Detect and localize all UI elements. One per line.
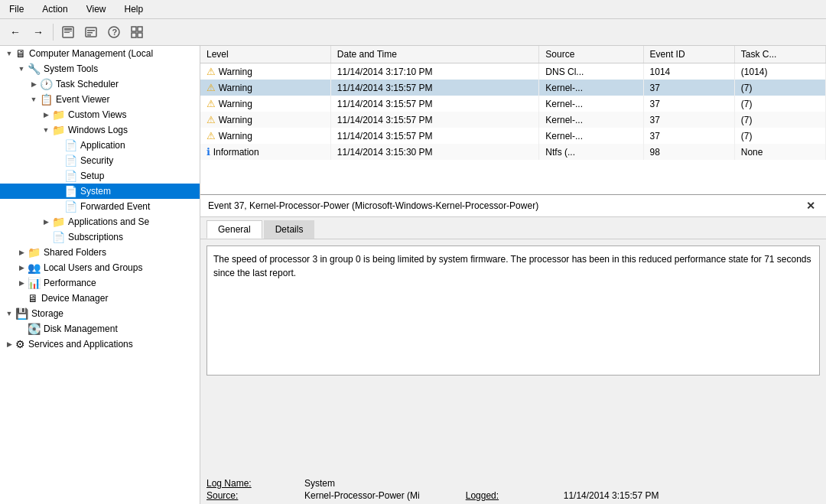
tree-item-system-tools[interactable]: ▼ 🔧 System Tools	[0, 61, 200, 76]
tree-label: Forwarded Event	[80, 201, 150, 212]
back-button[interactable]: ←	[5, 22, 26, 42]
table-row[interactable]: ⚠ Warning11/14/2014 3:15:57 PMKernel-...…	[200, 80, 826, 96]
detail-properties: Log Name: System Source: Kernel-Processo…	[200, 472, 826, 504]
main-container: ▼ 🖥 Computer Management (Local ▼ 🔧 Syste…	[0, 46, 826, 504]
col-level[interactable]: Level	[200, 46, 330, 63]
tree-item-security[interactable]: 📄 Security	[0, 153, 200, 168]
toolbar-separator	[53, 24, 54, 41]
source-label: Source:	[206, 490, 298, 501]
tree-item-system[interactable]: 📄 System	[0, 184, 200, 199]
storage-icon: 💾	[15, 307, 28, 320]
tree-item-shared-folders[interactable]: ▶ 📁 Shared Folders	[0, 245, 200, 260]
cell-datetime: 11/14/2014 3:15:30 PM	[330, 144, 539, 160]
table-row[interactable]: ⚠ Warning11/14/2014 3:15:57 PMKernel-...…	[200, 96, 826, 112]
tree-item-forwarded-events[interactable]: 📄 Forwarded Event	[0, 199, 200, 214]
table-row[interactable]: ℹ Information11/14/2014 3:15:30 PMNtfs (…	[200, 144, 826, 160]
folder-icon: 📁	[52, 109, 65, 121]
svg-text:?: ?	[112, 28, 118, 37]
tree-item-subscriptions[interactable]: 📄 Subscriptions	[0, 229, 200, 245]
tree-item-event-viewer[interactable]: ▼ 📋 Event Viewer	[0, 92, 200, 107]
cell-datetime: 11/14/2014 3:15:57 PM	[330, 128, 539, 144]
cell-datetime: 11/14/2014 3:15:57 PM	[330, 96, 539, 112]
computer-icon: 🖥	[15, 47, 26, 60]
close-button[interactable]: ✕	[803, 200, 818, 212]
tree-item-application[interactable]: 📄 Application	[0, 138, 200, 153]
cell-level: ℹ Information	[200, 144, 330, 160]
tree-item-services-applications[interactable]: ▶ ⚙ Services and Applications	[0, 337, 200, 352]
col-source[interactable]: Source	[539, 46, 643, 63]
cell-source: Kernel-...	[539, 128, 643, 144]
help-button[interactable]: ?	[103, 22, 125, 42]
tree-label: Custom Views	[68, 109, 126, 120]
tree-item-computer-management[interactable]: ▼ 🖥 Computer Management (Local	[0, 46, 200, 61]
table-row[interactable]: ⚠ Warning11/14/2014 3:17:10 PMDNS Cl...1…	[200, 63, 826, 80]
events-table-container: Level Date and Time Source Event ID Task…	[200, 46, 826, 195]
prop-source: Source: Kernel-Processor-Power (Mi	[206, 490, 420, 501]
expand-icon: ▶	[15, 249, 28, 256]
expand-icon: ▼	[3, 50, 15, 57]
tree-item-setup[interactable]: 📄 Setup	[0, 168, 200, 184]
svg-rect-12	[132, 33, 136, 37]
tree-item-windows-logs[interactable]: ▼ 📁 Windows Logs	[0, 122, 200, 138]
cell-task: (7)	[734, 80, 825, 96]
detail-title: Event 37, Kernel-Processor-Power (Micros…	[208, 200, 538, 211]
tree-item-disk-management[interactable]: 💽 Disk Management	[0, 321, 200, 337]
log-name-value: System	[304, 478, 335, 489]
cell-datetime: 11/14/2014 3:17:10 PM	[330, 63, 539, 80]
table-row[interactable]: ⚠ Warning11/14/2014 3:15:57 PMKernel-...…	[200, 128, 826, 144]
detail-panel: Event 37, Kernel-Processor-Power (Micros…	[200, 195, 826, 504]
expand-icon: ▶	[15, 264, 28, 272]
menu-help[interactable]: Help	[119, 2, 150, 16]
view-button[interactable]	[126, 22, 148, 42]
log-icon: 📄	[64, 200, 77, 213]
table-row[interactable]: ⚠ Warning11/14/2014 3:15:57 PMKernel-...…	[200, 112, 826, 128]
tree-label: Performance	[44, 278, 96, 288]
tree-item-performance[interactable]: ▶ 📊 Performance	[0, 275, 200, 291]
cell-source: DNS Cl...	[539, 63, 643, 80]
expand-icon: ▶	[28, 80, 40, 88]
tree-label: Shared Folders	[44, 247, 106, 258]
menu-file[interactable]: File	[3, 2, 30, 16]
tree-item-device-manager[interactable]: 🖥 Device Manager	[0, 291, 200, 306]
expand-icon: ▶	[3, 340, 15, 348]
menu-action[interactable]: Action	[36, 2, 73, 16]
tree-item-task-scheduler[interactable]: ▶ 🕐 Task Scheduler	[0, 76, 200, 92]
toolbar: ← → ?	[0, 19, 826, 46]
cell-level: ⚠ Warning	[200, 80, 330, 96]
cell-event_id: 37	[643, 96, 734, 112]
col-eventid[interactable]: Event ID	[643, 46, 734, 63]
svg-rect-2	[64, 31, 72, 31]
source-value: Kernel-Processor-Power (Mi	[304, 490, 420, 501]
viewer-icon: 📋	[40, 93, 53, 106]
cell-task: (7)	[734, 112, 825, 128]
disk-icon: 💽	[28, 323, 41, 335]
refresh-button[interactable]	[57, 22, 79, 42]
table-scroll[interactable]: Level Date and Time Source Event ID Task…	[200, 46, 826, 194]
detail-header: Event 37, Kernel-Processor-Power (Micros…	[200, 195, 826, 217]
tree-item-local-users[interactable]: ▶ 👥 Local Users and Groups	[0, 260, 200, 275]
col-task[interactable]: Task C...	[734, 46, 825, 63]
tab-general[interactable]: General	[206, 220, 262, 239]
cell-source: Ntfs (...	[539, 144, 643, 160]
prop-source-row: Source: Kernel-Processor-Power (Mi Logge…	[206, 490, 820, 501]
cell-datetime: 11/14/2014 3:15:57 PM	[330, 112, 539, 128]
right-panel: Level Date and Time Source Event ID Task…	[200, 46, 826, 504]
services-icon: ⚙	[15, 338, 25, 350]
tree-item-custom-views[interactable]: ▶ 📁 Custom Views	[0, 107, 200, 122]
expand-icon: ▶	[40, 111, 52, 119]
tree-item-applications-services[interactable]: ▶ 📁 Applications and Se	[0, 214, 200, 229]
forward-button[interactable]: →	[28, 22, 49, 42]
tree-label: Device Manager	[41, 293, 108, 304]
tab-details[interactable]: Details	[264, 220, 315, 239]
tree-item-storage[interactable]: ▼ 💾 Storage	[0, 306, 200, 321]
svg-rect-7	[87, 34, 91, 36]
menu-view[interactable]: View	[80, 2, 112, 16]
scheduler-icon: 🕐	[40, 78, 53, 90]
tree-label: System	[80, 186, 111, 197]
events-table: Level Date and Time Source Event ID Task…	[200, 46, 826, 160]
logged-label: Logged:	[466, 490, 558, 501]
col-datetime[interactable]: Date and Time	[330, 46, 539, 63]
properties-button[interactable]	[80, 22, 102, 42]
folder-icon: 📁	[28, 246, 41, 259]
subscriptions-icon: 📄	[52, 231, 65, 243]
